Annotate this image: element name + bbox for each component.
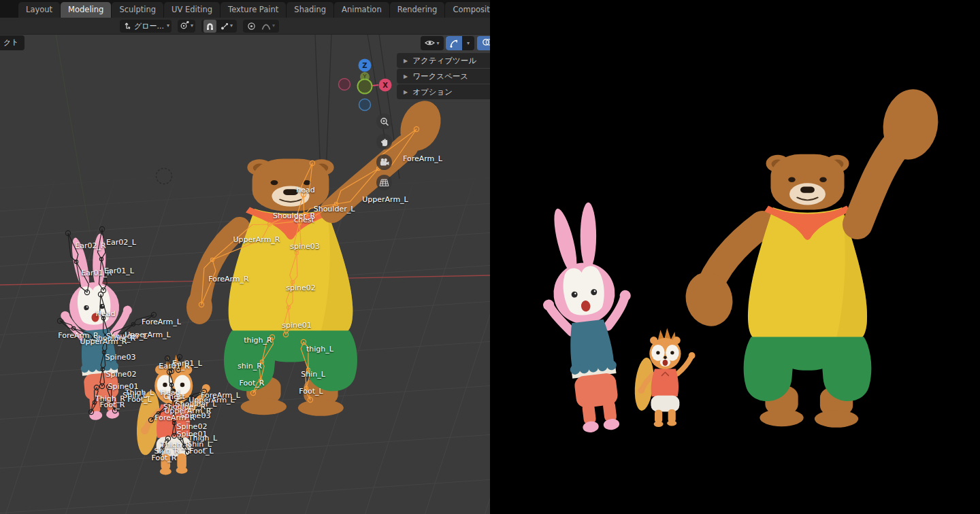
zoom-icon [380,117,389,126]
orientation-value: グロー... [133,21,165,31]
sidebar-panels: ▶アクティブツール▶ワークスペース▶オプション [397,53,490,100]
panel-section-2[interactable]: ▶オプション [397,84,490,99]
proportional-group: ▾ [243,20,279,33]
grid-button[interactable] [376,175,392,190]
pivot-point-icon [180,20,189,33]
proportional-editing-button[interactable] [245,20,258,33]
render-view [490,0,980,514]
tab-sculpting[interactable]: Sculpting [112,2,163,18]
panel-arrow-icon: ▶ [404,58,408,64]
panel-section-0[interactable]: ▶アクティブツール [397,53,490,68]
tab-layout[interactable]: Layout [18,2,60,18]
chevron-down-icon: ▾ [167,23,169,29]
gizmos-icon [446,36,462,50]
transform-orientation-icon [122,20,131,33]
svg-text:Z: Z [362,62,367,69]
chevron-down-icon: ▾ [462,41,474,46]
overlays-button[interactable] [477,36,490,50]
chevron-down-icon: ▾ [191,23,193,29]
panel-section-1[interactable]: ▶ワークスペース [397,69,490,84]
snap-magnet-button[interactable] [203,20,216,33]
object-visibility-button[interactable]: ▾ [421,36,444,50]
hand-icon [380,137,389,147]
nav-gizmo[interactable]: Y Z X [333,54,396,113]
tab-modeling[interactable]: Modeling [61,2,111,18]
camera-button[interactable] [376,154,392,170]
panel-arrow-icon: ▶ [404,73,408,80]
mode-dropdown-partial[interactable]: クト [0,35,24,50]
svg-text:X: X [382,82,388,89]
panel-section-label: アクティブツール [412,56,476,66]
transform-orientation-dropdown[interactable]: グロー... ▾ [120,20,172,33]
blender-ui-half: ForeArm_LheadUpperArm_LShoulder_LShoulde… [0,0,490,514]
tab-texture-paint[interactable]: Texture Paint [220,2,286,18]
panel-section-label: オプション [412,87,453,97]
blender-window: ForeArm_LheadUpperArm_LShoulder_LShoulde… [0,0,980,514]
tab-uv-editing[interactable]: UV Editing [164,2,220,18]
hand-button[interactable] [376,134,392,150]
gizmos-button[interactable]: ▾ [446,36,474,50]
tool-settings-bar: グロー... ▾ ▾ ▾ [0,18,490,35]
panel-arrow-icon: ▶ [404,89,408,95]
camera-icon [379,158,389,167]
zoom-button[interactable] [376,114,392,129]
pivot-point-dropdown[interactable]: ▾ [178,20,195,33]
chevron-down-icon: ▾ [436,41,439,46]
tab-rendering[interactable]: Rendering [390,2,445,18]
snap-target-button[interactable]: ▾ [218,20,235,33]
overlays-icon [482,37,490,50]
tab-compositing[interactable]: Compositing [445,2,490,18]
object-visibility-icon [425,37,435,50]
gizmo-neg-z-ball[interactable] [359,99,371,111]
viewport-nav-buttons [376,114,392,190]
tab-animation[interactable]: Animation [334,2,389,18]
chevron-down-icon: ▾ [272,23,275,29]
chevron-down-icon: ▾ [230,23,233,29]
panel-section-label: ワークスペース [412,71,468,82]
workspace-tabs: LayoutModelingSculptingUV EditingTexture… [0,0,490,18]
render-canvas [490,0,980,514]
tab-shading[interactable]: Shading [287,2,333,18]
topbar: LayoutModelingSculptingUV EditingTexture… [0,0,490,18]
grid-icon [379,178,389,187]
gizmo-neg-x-ball[interactable] [339,79,350,90]
falloff-curve-button[interactable]: ▾ [259,20,277,33]
snap-group: ▾ [201,20,237,33]
gizmo-center-ball[interactable] [358,80,372,94]
